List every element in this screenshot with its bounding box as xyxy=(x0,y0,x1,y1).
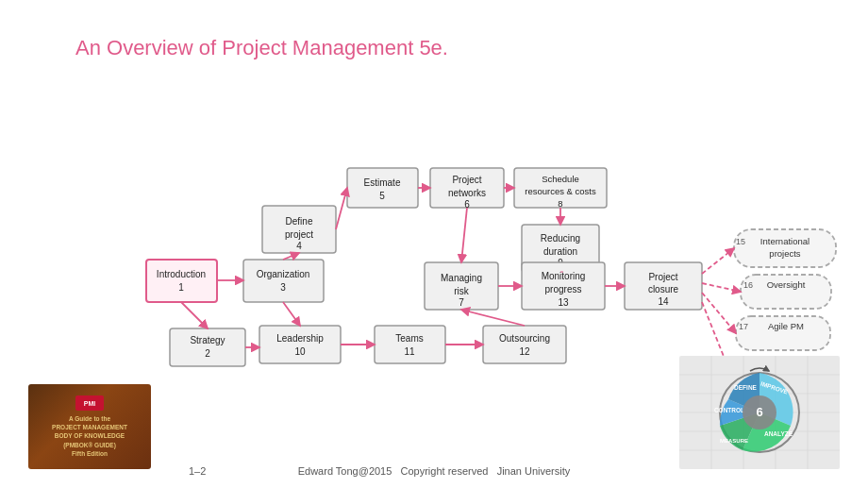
slide: An Overview of Project Management 5e. In… xyxy=(0,0,868,488)
svg-text:risk: risk xyxy=(454,286,470,296)
svg-text:ANALYZE: ANALYZE xyxy=(764,430,793,437)
svg-line-79 xyxy=(702,283,741,292)
svg-rect-42 xyxy=(483,326,566,363)
svg-text:networks: networks xyxy=(448,188,486,198)
svg-rect-3 xyxy=(243,260,324,302)
svg-text:2: 2 xyxy=(205,348,210,359)
svg-line-69 xyxy=(461,208,467,262)
svg-text:Project: Project xyxy=(648,272,677,282)
footer: Edward Tong@2015 Copyright reserved Jina… xyxy=(0,465,868,477)
svg-text:Schedule: Schedule xyxy=(542,174,579,184)
svg-rect-39 xyxy=(375,326,445,363)
dmaic-area: IMPROVE ANALYZE MEASURE CONTROL DEFINE 6 xyxy=(679,356,840,469)
footer-text: Edward Tong@2015 Copyright reserved Jina… xyxy=(298,465,571,477)
svg-line-77 xyxy=(461,310,525,326)
svg-text:Outsourcing: Outsourcing xyxy=(499,333,550,344)
svg-text:7: 7 xyxy=(459,297,464,308)
svg-text:Oversight: Oversight xyxy=(767,279,806,290)
svg-text:6: 6 xyxy=(756,405,762,419)
svg-text:Teams: Teams xyxy=(395,333,423,344)
pmi-logo: PMI xyxy=(75,395,104,411)
svg-line-78 xyxy=(702,248,734,274)
svg-text:4: 4 xyxy=(296,241,302,251)
svg-line-63 xyxy=(181,302,208,328)
svg-text:resources & costs: resources & costs xyxy=(525,186,596,196)
svg-text:15: 15 xyxy=(736,237,745,246)
svg-text:Agile PM: Agile PM xyxy=(768,321,804,331)
svg-text:Organization: Organization xyxy=(257,269,310,279)
svg-text:12: 12 xyxy=(519,346,530,357)
dmaic-svg: IMPROVE ANALYZE MEASURE CONTROL DEFINE 6 xyxy=(679,356,840,469)
svg-text:16: 16 xyxy=(743,280,753,290)
svg-text:3: 3 xyxy=(280,282,286,293)
svg-rect-0 xyxy=(146,260,217,302)
svg-text:Define: Define xyxy=(286,216,313,227)
book-cover: PMI A Guide to thePROJECT MANAGEMENTBODY… xyxy=(28,384,151,469)
svg-text:progress: progress xyxy=(545,284,582,294)
svg-text:duration: duration xyxy=(543,246,577,257)
svg-line-73 xyxy=(283,302,300,326)
svg-text:14: 14 xyxy=(658,296,669,307)
svg-text:10: 10 xyxy=(294,346,306,357)
svg-text:Introduction: Introduction xyxy=(157,269,206,279)
svg-text:17: 17 xyxy=(739,322,748,331)
svg-rect-6 xyxy=(170,328,245,366)
svg-line-64 xyxy=(283,253,299,260)
book-title: A Guide to thePROJECT MANAGEMENTBODY OF … xyxy=(52,414,127,457)
page-title: An Overview of Project Management 5e. xyxy=(75,36,448,60)
svg-rect-13 xyxy=(347,168,418,208)
svg-text:13: 13 xyxy=(558,297,569,308)
svg-text:closure: closure xyxy=(648,284,679,294)
svg-text:Managing: Managing xyxy=(441,273,482,283)
svg-text:Project: Project xyxy=(452,175,481,185)
svg-line-65 xyxy=(336,188,347,229)
svg-text:Monitoring: Monitoring xyxy=(542,271,586,281)
svg-text:Reducing: Reducing xyxy=(541,233,580,244)
svg-text:International: International xyxy=(760,236,810,246)
svg-text:Strategy: Strategy xyxy=(190,335,225,345)
svg-text:1: 1 xyxy=(178,282,184,293)
svg-text:8: 8 xyxy=(558,198,562,209)
svg-text:MEASURE: MEASURE xyxy=(720,438,748,444)
svg-text:project: project xyxy=(285,229,313,240)
svg-text:CONTROL: CONTROL xyxy=(714,407,744,413)
svg-text:Estimate: Estimate xyxy=(364,177,401,188)
svg-rect-36 xyxy=(259,326,341,363)
svg-text:5: 5 xyxy=(379,191,385,201)
diagram-svg: Introduction 1 Organization 3 Strategy 2… xyxy=(57,85,849,387)
svg-text:11: 11 xyxy=(404,346,415,357)
svg-text:projects: projects xyxy=(769,248,801,259)
svg-text:DEFINE: DEFINE xyxy=(734,384,758,391)
svg-text:Leadership: Leadership xyxy=(276,333,324,344)
